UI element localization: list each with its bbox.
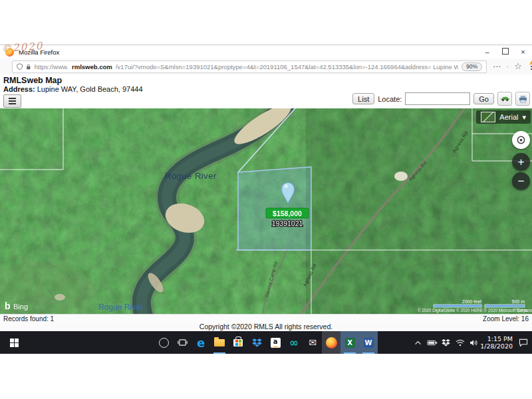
tray-battery[interactable] bbox=[425, 331, 439, 354]
windows-taskbar: e a ∞ ✉ X W bbox=[0, 331, 532, 354]
taskbar-firefox[interactable] bbox=[322, 331, 340, 354]
dirt-patch bbox=[394, 172, 408, 181]
scale-feet-label: 2000 feet bbox=[462, 299, 481, 304]
drive-time-button[interactable] bbox=[497, 92, 512, 106]
aerial-thumbnail-icon bbox=[481, 112, 495, 122]
notification-bubble-icon bbox=[519, 338, 528, 346]
close-button[interactable]: × bbox=[514, 45, 532, 59]
list-button[interactable]: List bbox=[352, 93, 374, 104]
layer-selector[interactable]: Aerial ▾ bbox=[476, 110, 531, 124]
scale-m-label: 500 m bbox=[512, 299, 525, 304]
update-alert-badge bbox=[529, 59, 532, 65]
page-actions-icon[interactable]: ⋯ bbox=[493, 59, 501, 74]
page-zoom-badge[interactable]: 90% bbox=[462, 63, 482, 71]
address-value: Lupine WAY, Gold Beach, 97444 bbox=[37, 85, 143, 93]
url-bar[interactable]: https://www.rmlsweb.com/v17ui/?vmode=S&m… bbox=[12, 61, 487, 73]
address-line: Address: Lupine WAY, Gold Beach, 97444 bbox=[3, 85, 143, 93]
dropbox-icon bbox=[252, 338, 262, 347]
windows-logo-icon bbox=[10, 338, 19, 347]
edge-icon: e bbox=[197, 336, 205, 350]
page-header: RMLSweb Map Address: Lupine WAY, Gold Be… bbox=[0, 74, 532, 108]
amazon-icon: a bbox=[271, 338, 281, 348]
chevron-down-icon: ▾ bbox=[522, 113, 526, 122]
window-title: Mozilla Firefox bbox=[19, 49, 59, 56]
scale-bar-feet bbox=[434, 305, 481, 307]
taskbar-dropbox[interactable] bbox=[247, 331, 266, 354]
excel-icon: X bbox=[345, 338, 355, 348]
scale-bar-m bbox=[485, 305, 525, 307]
map-menu-button[interactable] bbox=[3, 94, 21, 108]
infinity-icon: ∞ bbox=[289, 336, 299, 349]
system-tray: 1:15 PM 1/28/2020 bbox=[411, 331, 532, 354]
battery-icon bbox=[427, 340, 438, 346]
pin-highlight bbox=[284, 184, 288, 188]
pocket-icon[interactable] bbox=[507, 63, 508, 71]
page-title: RMLSweb Map bbox=[3, 76, 62, 85]
zoom-out-button[interactable]: − bbox=[512, 172, 530, 190]
task-view-icon bbox=[178, 338, 188, 346]
aerial-map[interactable]: Rogue River Rogue River Agness Rd Agness… bbox=[0, 108, 532, 314]
url-path: /v17ui/?vmode=S&mlsn=19391021&proptype=4… bbox=[116, 63, 458, 70]
bing-label: Bing bbox=[13, 303, 28, 311]
locate-label: Locate: bbox=[378, 95, 402, 103]
map-attribution: © 2020 DigitalGlobe © 2020 HERE © 2020 M… bbox=[418, 308, 532, 313]
taskbar-word[interactable]: W bbox=[359, 331, 378, 354]
tray-dropbox[interactable] bbox=[439, 331, 453, 354]
print-button[interactable] bbox=[515, 92, 530, 106]
taskbar-clock[interactable]: 1:15 PM 1/28/2020 bbox=[481, 331, 515, 354]
address-label: Address: bbox=[3, 85, 35, 93]
folder-icon bbox=[214, 339, 225, 346]
store-bag-icon bbox=[233, 339, 243, 346]
dropbox-icon bbox=[442, 339, 450, 346]
zoom-level: Zoom Level: 16 bbox=[483, 315, 529, 323]
price-label: $158,000 bbox=[273, 209, 302, 217]
task-view-button[interactable] bbox=[173, 331, 192, 354]
restore-button[interactable] bbox=[496, 45, 514, 59]
chevron-up-icon bbox=[414, 340, 422, 345]
target-icon bbox=[516, 135, 526, 145]
taskbar-edge[interactable]: e bbox=[192, 331, 210, 354]
river-label-bottom: Rogue River bbox=[98, 303, 143, 312]
bing-logo[interactable]: b Bing bbox=[5, 301, 28, 311]
mail-envelope-icon: ✉ bbox=[309, 337, 317, 348]
map-canvas: Rogue River Rogue River Agness Rd Agness… bbox=[0, 108, 532, 314]
firefox-icon bbox=[326, 337, 337, 348]
taskbar-file-explorer[interactable] bbox=[210, 331, 229, 354]
tray-wifi[interactable] bbox=[453, 331, 467, 354]
action-center-button[interactable] bbox=[515, 331, 532, 354]
zoom-in-button[interactable]: + bbox=[512, 153, 530, 171]
taskbar-excel[interactable]: X bbox=[340, 331, 359, 354]
word-icon: W bbox=[364, 338, 374, 348]
firefox-icon bbox=[5, 48, 14, 57]
printer-icon bbox=[519, 95, 527, 103]
go-button[interactable]: Go bbox=[473, 93, 494, 104]
locate-input[interactable] bbox=[405, 92, 470, 105]
map-toolbar: List Locate: Go bbox=[352, 92, 530, 106]
tray-volume[interactable] bbox=[467, 331, 481, 354]
mls-number: 19391021 bbox=[272, 219, 303, 227]
tracking-protection-shield-icon[interactable] bbox=[17, 63, 23, 70]
tray-expand-button[interactable] bbox=[411, 331, 425, 354]
taskbar-store[interactable] bbox=[229, 331, 247, 354]
clock-date: 1/28/2020 bbox=[480, 342, 513, 350]
taskbar-spacer bbox=[28, 331, 154, 354]
browser-navbar: https://www.rmlsweb.com/v17ui/?vmode=S&m… bbox=[0, 59, 532, 75]
cortana-button[interactable] bbox=[154, 331, 173, 354]
taskbar-mail[interactable]: ✉ bbox=[303, 331, 322, 354]
copyright-bar: Copyright ©2020 RMLS All rights reserved… bbox=[0, 323, 532, 331]
layer-label: Aerial bbox=[499, 113, 518, 121]
wifi-icon bbox=[456, 339, 465, 346]
taskbar-loop-app[interactable]: ∞ bbox=[285, 331, 303, 354]
url-scheme: https://www. bbox=[35, 63, 68, 70]
bookmark-star-icon[interactable]: ☆ bbox=[514, 59, 522, 74]
dirt-patch-small bbox=[55, 294, 65, 301]
start-button[interactable] bbox=[0, 331, 28, 354]
lock-icon bbox=[26, 63, 31, 70]
taskbar-amazon[interactable]: a bbox=[266, 331, 285, 354]
terms-link[interactable]: Terms bbox=[516, 308, 527, 313]
browser-titlebar: ©2020 Mozilla Firefox – × bbox=[0, 45, 532, 59]
car-icon bbox=[500, 96, 510, 102]
minimize-button[interactable]: – bbox=[478, 45, 496, 59]
my-location-button[interactable] bbox=[512, 131, 530, 149]
desktop-screen: ©2020 Mozilla Firefox – × https://www.rm… bbox=[0, 0, 532, 399]
